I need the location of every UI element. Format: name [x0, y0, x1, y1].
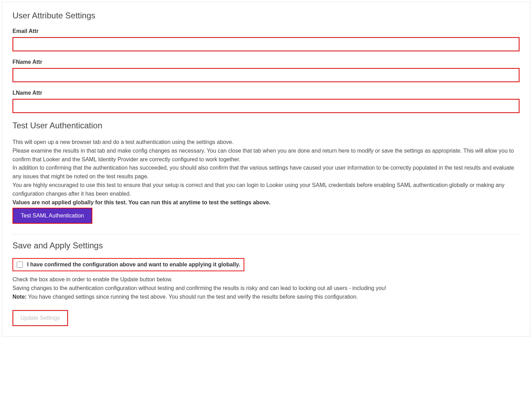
- lname-attr-group: LName Attr: [12, 90, 520, 113]
- lname-attr-label: LName Attr: [12, 90, 520, 96]
- save-hints: Check the box above in order to enable t…: [12, 275, 520, 301]
- test-auth-p3: In addition to confirming that the authe…: [12, 164, 520, 181]
- test-auth-description: This will open up a new browser tab and …: [12, 138, 520, 207]
- email-attr-highlight: [12, 37, 520, 51]
- test-auth-p1: This will open up a new browser tab and …: [12, 138, 520, 147]
- save-note-text: You have changed settings since running …: [27, 294, 358, 300]
- test-saml-highlight: Test SAML Authentication: [12, 208, 92, 224]
- fname-attr-label: FName Attr: [12, 59, 520, 65]
- lname-attr-input[interactable]: [13, 100, 519, 112]
- save-note-prefix: Note:: [12, 294, 27, 300]
- email-attr-group: Email Attr: [12, 28, 520, 51]
- confirm-checkbox[interactable]: [17, 262, 23, 268]
- email-attr-input[interactable]: [13, 38, 519, 51]
- test-auth-p2: Please examine the results in that tab a…: [12, 147, 520, 164]
- section-divider: [12, 234, 520, 234]
- test-saml-button[interactable]: Test SAML Authentication: [13, 208, 92, 223]
- save-hint-1: Check the box above in order to enable t…: [12, 275, 520, 284]
- confirm-label[interactable]: I have confirmed the configuration above…: [27, 262, 240, 268]
- save-hint-2: Saving changes to the authentication con…: [12, 284, 520, 293]
- user-attribute-heading: User Attribute Settings: [12, 11, 520, 20]
- save-apply-heading: Save and Apply Settings: [12, 241, 520, 250]
- fname-attr-highlight: [12, 68, 520, 82]
- update-settings-highlight: Update Settings: [12, 310, 68, 326]
- save-note-line: Note: You have changed settings since ru…: [12, 293, 520, 301]
- test-auth-heading: Test User Authentication: [12, 121, 520, 130]
- fname-attr-input[interactable]: [13, 69, 519, 82]
- email-attr-label: Email Attr: [12, 28, 520, 34]
- test-auth-p5: Values are not applied globally for this…: [12, 198, 520, 207]
- lname-attr-highlight: [12, 99, 520, 113]
- fname-attr-group: FName Attr: [12, 59, 520, 82]
- settings-panel: User Attribute Settings Email Attr FName…: [2, 2, 530, 337]
- test-auth-p4: You are highly encouraged to use this te…: [12, 181, 520, 198]
- update-settings-button: Update Settings: [13, 311, 67, 325]
- confirm-highlight: I have confirmed the configuration above…: [12, 258, 244, 271]
